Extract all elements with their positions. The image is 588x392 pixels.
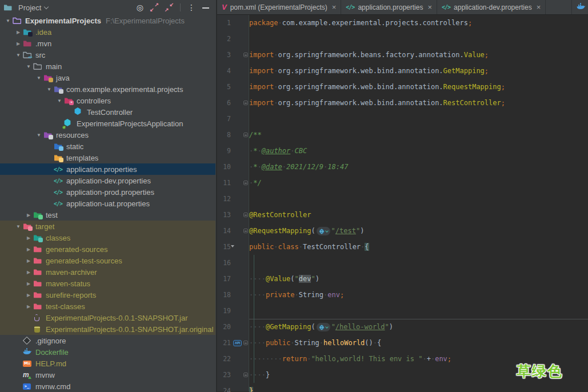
line-number[interactable]: 1 — [217, 15, 233, 31]
line-number[interactable]: 6 — [217, 95, 233, 111]
tab-close-icon[interactable]: × — [427, 3, 432, 11]
line-number[interactable]: 3 — [217, 47, 233, 63]
tree-item-surefire-reports[interactable]: ▶surefire-reports — [0, 289, 215, 301]
code-line-6[interactable]: 6import·org.springframework.web.bind.ann… — [217, 95, 588, 111]
tree-expanded-arrow-icon[interactable]: ▼ — [14, 224, 23, 229]
url-inlay-hint[interactable] — [317, 323, 330, 331]
tree-collapsed-arrow-icon[interactable]: ▶ — [24, 258, 33, 263]
tree-item-templates[interactable]: templates — [0, 152, 215, 163]
line-number[interactable]: 19 — [217, 303, 233, 319]
line-number[interactable]: 24 — [217, 383, 233, 392]
fold-end-icon[interactable] — [242, 373, 249, 377]
code-line-5[interactable]: 5import·org.springframework.web.bind.ann… — [217, 79, 588, 95]
line-number[interactable]: 21 — [217, 335, 233, 351]
locate-file-icon[interactable]: ◎ — [137, 3, 143, 11]
tree-item-dockerfile[interactable]: Dockerfile — [0, 346, 215, 358]
fold-start-icon[interactable] — [242, 213, 249, 217]
line-number[interactable]: 16 — [217, 255, 233, 271]
tree-item-maven-status[interactable]: ▶maven-status — [0, 278, 215, 289]
fold-end-icon[interactable] — [242, 229, 249, 233]
code-line-4[interactable]: 4import·org.springframework.web.bind.ann… — [217, 63, 588, 79]
line-number[interactable]: 13 — [217, 207, 233, 223]
code-line-12[interactable]: 12 — [217, 191, 588, 207]
tree-item-generated-sources[interactable]: ▶generated-sources — [0, 243, 215, 255]
tree-item-target[interactable]: ▼target — [0, 221, 215, 232]
line-number[interactable]: 12 — [217, 191, 233, 207]
line-number[interactable]: 5 — [217, 79, 233, 95]
line-number[interactable]: 22 — [217, 351, 233, 367]
line-number[interactable]: 18 — [217, 287, 233, 303]
tree-item-main[interactable]: ▼main — [0, 61, 215, 72]
tree-collapsed-arrow-icon[interactable]: ▶ — [24, 213, 33, 218]
line-number[interactable]: 17 — [217, 271, 233, 287]
tree-collapsed-arrow-icon[interactable]: ▶ — [24, 270, 33, 275]
tree-item-resources[interactable]: ▼resources — [0, 129, 215, 141]
tree-item-experimentalprojects-0-0-1-snapshot-jar[interactable]: ExperimentalProjects-0.0.1-SNAPSHOT.jar — [0, 312, 215, 323]
editor-tab-partial[interactable] — [571, 0, 588, 14]
tree-collapsed-arrow-icon[interactable]: ▶ — [24, 247, 33, 252]
tree-expanded-arrow-icon[interactable]: ▼ — [55, 98, 64, 103]
tree-item-controllers[interactable]: ▼*controllers — [0, 95, 215, 106]
code-line-2[interactable]: 2 — [217, 31, 588, 47]
code-line-10[interactable]: 10·*·@date·2021/12/9·18:47 — [217, 159, 588, 175]
editor-tab-application.properties[interactable]: </>application.properties× — [341, 0, 437, 14]
hide-panel-icon[interactable] — [202, 7, 209, 9]
tree-item--mvn[interactable]: ▶.mvn — [0, 38, 215, 49]
tree-item-application-prod-properties[interactable]: </>application-prod.properties — [0, 186, 215, 198]
fold-start-icon[interactable] — [242, 133, 249, 137]
code-line-19[interactable]: 19 — [217, 303, 588, 319]
tree-item-test[interactable]: ▶test — [0, 209, 215, 221]
code-line-3[interactable]: 3import·org.springframework.beans.factor… — [217, 47, 588, 63]
code-line-24[interactable]: 24} — [217, 383, 588, 392]
expand-all-icon[interactable]: ↗↙ — [150, 3, 158, 11]
line-number[interactable]: 23 — [217, 367, 233, 383]
code-line-18[interactable]: 18····private·String·env; — [217, 287, 588, 303]
code-line-13[interactable]: 13@RestController — [217, 207, 588, 223]
line-number[interactable]: 4 — [217, 63, 233, 79]
line-number[interactable]: 14 — [217, 223, 233, 239]
line-number[interactable]: 10 — [217, 159, 233, 175]
tree-item-mvnw[interactable]: mmvnw — [0, 369, 215, 381]
tree-item-static[interactable]: static — [0, 141, 215, 152]
editor-tab-pom.xml[interactable]: Vpom.xml (ExperimentalProjects)× — [217, 0, 341, 14]
project-view-title[interactable]: Project — [18, 3, 41, 12]
tree-item-com-example-experimental-projects[interactable]: ▼com.example.experimental.projects — [0, 83, 215, 95]
tree-collapsed-arrow-icon[interactable]: ▶ — [14, 30, 23, 35]
fold-start-icon[interactable] — [242, 53, 249, 57]
tab-close-icon[interactable]: × — [332, 3, 337, 11]
chevron-down-icon[interactable] — [44, 4, 49, 9]
tree-expanded-arrow-icon[interactable]: ▼ — [24, 64, 33, 69]
collapse-all-icon[interactable]: ↙↗ — [165, 3, 173, 11]
tree-expanded-arrow-icon[interactable]: ▼ — [34, 75, 43, 81]
editor-tab-application-dev.properties[interactable]: </>application-dev.properties× — [437, 0, 546, 14]
code-line-16[interactable]: 16 — [217, 255, 588, 271]
tree-item--idea[interactable]: ▶.idea — [0, 26, 215, 38]
line-number[interactable]: 20 — [217, 319, 233, 335]
tree-item-src[interactable]: ▼<>src — [0, 49, 215, 61]
line-number[interactable]: 8 — [217, 127, 233, 143]
tree-item-experimentalprojects-0-0-1-snapshot-jar-original[interactable]: ExperimentalProjects-0.0.1-SNAPSHOT.jar.… — [0, 323, 215, 335]
code-editor[interactable]: 1package·com.example.experimental.projec… — [217, 15, 588, 391]
code-line-20[interactable]: 20····@GetMapping("/hello-world") — [217, 319, 588, 335]
code-line-1[interactable]: 1package·com.example.experimental.projec… — [217, 15, 588, 31]
tree-item-experimentalprojects[interactable]: ▼ExperimentalProjectsF:\ExperimentalProj… — [0, 15, 215, 26]
tree-expanded-arrow-icon[interactable]: ▼ — [45, 87, 54, 92]
url-inlay-hint[interactable] — [317, 227, 330, 235]
tree-expanded-arrow-icon[interactable]: ▼ — [34, 133, 43, 138]
line-number[interactable]: 9 — [217, 143, 233, 159]
tree-collapsed-arrow-icon[interactable]: ▶ — [24, 293, 33, 298]
tree-collapsed-arrow-icon[interactable]: ▶ — [14, 41, 23, 46]
tree-item-mvnw-cmd[interactable]: >_mvnw.cmd — [0, 381, 215, 392]
fold-start-icon[interactable] — [242, 341, 249, 345]
line-number[interactable]: 7 — [217, 111, 233, 127]
code-line-15[interactable]: 15public·class·TestController·{ — [217, 239, 588, 255]
code-line-8[interactable]: 8/** — [217, 127, 588, 143]
tree-item-application-properties[interactable]: </>application.properties — [0, 163, 215, 175]
tree-item-experimentalprojectsapplication[interactable]: ExperimentalProjectsApplication — [0, 118, 215, 129]
tree-item-maven-archiver[interactable]: ▶maven-archiver — [0, 266, 215, 278]
code-line-7[interactable]: 7 — [217, 111, 588, 127]
tree-item-application-dev-properties[interactable]: </>application-dev.properties — [0, 175, 215, 186]
tree-item-help-md[interactable]: M↓HELP.md — [0, 358, 215, 369]
code-line-11[interactable]: 11·*/ — [217, 175, 588, 191]
more-options-icon[interactable]: ⋮ — [187, 3, 195, 11]
